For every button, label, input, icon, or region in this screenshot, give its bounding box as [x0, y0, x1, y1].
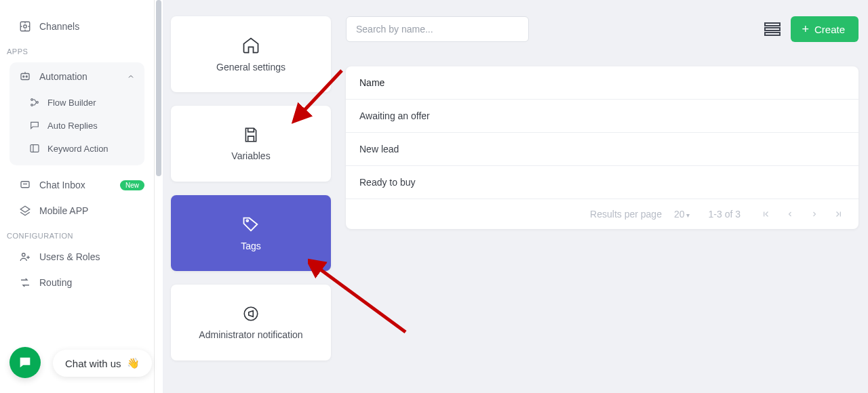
create-button[interactable]: + Create: [791, 16, 859, 42]
next-page-button[interactable]: [808, 210, 821, 218]
sidebar-item-flow-builder[interactable]: Flow Builder: [9, 91, 144, 114]
mobile-icon: [19, 205, 31, 217]
prev-page-button[interactable]: [784, 210, 796, 218]
plus-icon: +: [802, 23, 809, 35]
first-page-button[interactable]: [760, 209, 772, 219]
scrollbar-thumb[interactable]: [156, 0, 161, 176]
channels-icon: [19, 20, 31, 33]
chevron-up-icon: [127, 73, 135, 81]
card-label: General settings: [216, 62, 285, 73]
svg-rect-15: [765, 33, 780, 35]
sidebar-item-label: Mobile APP: [39, 205, 88, 216]
cell-name: Awaiting an offer: [359, 110, 430, 121]
chat-bubble-icon: [18, 355, 33, 370]
sidebar-item-chat-inbox[interactable]: Chat Inbox New: [0, 172, 154, 198]
card-label: Administrator notification: [199, 329, 302, 340]
inbox-icon: [19, 179, 31, 191]
table-row[interactable]: Awaiting an offer: [346, 100, 859, 133]
sidebar-item-automation[interactable]: Automation: [9, 62, 144, 91]
flow-icon: [28, 96, 41, 108]
sidebar-item-label: Auto Replies: [47, 121, 98, 131]
chevron-left-icon: [786, 210, 794, 218]
svg-point-7: [37, 102, 39, 104]
table-row[interactable]: Ready to buy: [346, 166, 859, 199]
table-row[interactable]: New lead: [346, 133, 859, 166]
sidebar-item-routing[interactable]: Routing: [0, 270, 154, 295]
new-badge: New: [120, 180, 144, 190]
first-page-icon: [761, 209, 770, 219]
tags-table: Name Awaiting an offer New lead Ready to…: [346, 66, 859, 229]
chat-pill-label: Chat with us: [65, 358, 121, 369]
sidebar-item-label: Users & Roles: [39, 251, 100, 262]
card-tags[interactable]: Tags: [171, 195, 331, 271]
sidebar-item-channels[interactable]: Channels: [0, 14, 154, 39]
tag-icon: [241, 215, 260, 234]
results-per-page-label: Results per page: [590, 209, 662, 220]
last-page-button[interactable]: [833, 209, 845, 219]
sidebar-item-label: Automation: [39, 71, 87, 82]
sidebar: Channels APPS Automation Flow Builder Au…: [0, 0, 155, 393]
results-per-page-select[interactable]: 20: [674, 209, 690, 220]
sidebar-item-label: Routing: [39, 277, 72, 288]
card-general-settings[interactable]: General settings: [171, 16, 331, 92]
svg-rect-8: [31, 145, 39, 152]
automation-group: Automation Flow Builder Auto Replies Key…: [9, 62, 144, 165]
sidebar-scrollbar[interactable]: [155, 0, 163, 393]
last-page-icon: [834, 209, 844, 219]
svg-rect-14: [765, 28, 780, 30]
routing-icon: [19, 276, 31, 289]
table-header: Name: [346, 66, 859, 100]
sidebar-item-keyword-action[interactable]: Keyword Action: [9, 137, 144, 160]
save-icon: [242, 126, 260, 144]
svg-point-3: [23, 76, 24, 77]
wave-emoji-icon: 👋: [127, 357, 140, 369]
svg-point-11: [246, 220, 248, 222]
cell-name: Ready to buy: [359, 177, 416, 188]
sidebar-item-users-roles[interactable]: Users & Roles: [0, 244, 154, 270]
users-icon: [19, 251, 31, 263]
sidebar-item-label: Keyword Action: [47, 144, 108, 154]
megaphone-icon: [242, 305, 260, 323]
create-label: Create: [814, 24, 845, 35]
table-footer: Results per page 20 1-3 of 3: [346, 199, 859, 229]
card-label: Variables: [231, 150, 270, 161]
rows-icon: [764, 22, 781, 36]
main-panel: + Create Name Awaiting an offer New lead…: [346, 16, 859, 229]
topbar: + Create: [346, 16, 859, 42]
svg-point-4: [26, 76, 27, 77]
page-range: 1-3 of 3: [709, 209, 741, 220]
sidebar-item-mobile-app[interactable]: Mobile APP: [0, 198, 154, 224]
sidebar-item-label: Flow Builder: [47, 98, 96, 108]
card-variables[interactable]: Variables: [171, 106, 331, 182]
svg-point-10: [22, 253, 26, 257]
sidebar-item-label: Chat Inbox: [39, 180, 85, 190]
chat-icon: [28, 119, 41, 131]
card-label: Tags: [241, 241, 261, 251]
svg-point-12: [244, 307, 258, 320]
list-view-toggle[interactable]: [764, 20, 781, 38]
cell-name: New lead: [359, 144, 399, 154]
chevron-right-icon: [810, 210, 818, 218]
settings-cards: General settings Variables Tags Administ…: [171, 0, 331, 374]
card-admin-notification[interactable]: Administrator notification: [171, 285, 331, 360]
automation-icon: [19, 70, 31, 83]
chat-with-us-pill[interactable]: Chat with us 👋: [53, 350, 152, 377]
sidebar-item-label: Channels: [39, 21, 79, 32]
col-name: Name: [359, 77, 384, 88]
sidebar-item-auto-replies[interactable]: Auto Replies: [9, 114, 144, 137]
chat-fab[interactable]: [9, 347, 41, 378]
layout-icon: [28, 142, 41, 154]
svg-rect-2: [21, 74, 29, 80]
svg-point-6: [31, 104, 33, 106]
svg-point-5: [31, 99, 33, 101]
home-icon: [241, 36, 260, 55]
svg-rect-13: [765, 23, 780, 26]
svg-rect-9: [21, 182, 29, 188]
svg-point-1: [24, 25, 27, 28]
search-input[interactable]: [346, 16, 529, 42]
section-apps-label: APPS: [0, 39, 154, 60]
section-config-label: CONFIGURATION: [0, 224, 154, 244]
